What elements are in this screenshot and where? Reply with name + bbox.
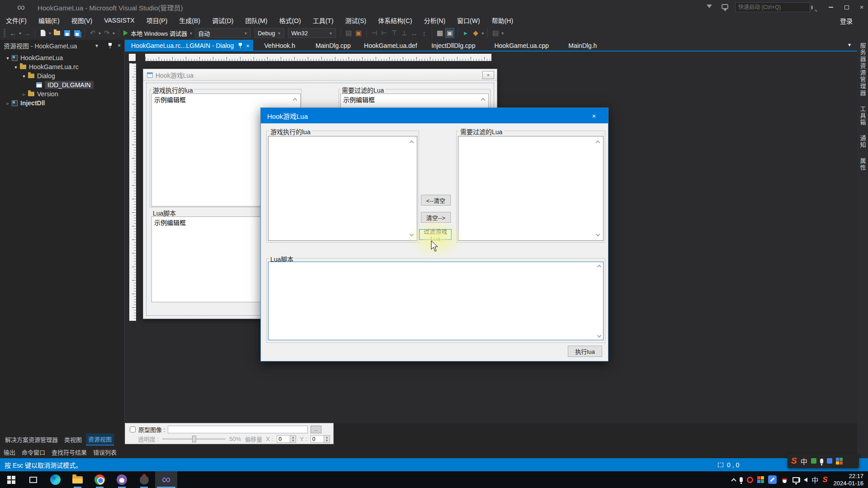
feedback-icon[interactable] (707, 5, 712, 8)
tab-dialog-designer[interactable]: HookGameLua.rc...LGMAIN - Dialog × (125, 40, 253, 52)
same-height-icon[interactable]: ↕ (420, 28, 429, 38)
ime-mode-icon[interactable]: 中 (801, 456, 807, 466)
menu-test[interactable]: 测试(S) (340, 14, 373, 26)
volume-icon[interactable] (804, 478, 807, 482)
resource-view-header[interactable]: 资源视图 - HookGameLua ▾ × (0, 40, 124, 52)
microphone-icon[interactable] (740, 477, 743, 482)
undo-dropdown-icon[interactable]: ▾ (99, 31, 101, 36)
align-bottom-icon[interactable]: ⊥ (400, 28, 409, 38)
redo-icon[interactable]: ↷ (102, 28, 111, 38)
visual-studio-button[interactable]: ∞ (155, 471, 177, 488)
members-icon[interactable]: ▤ (491, 28, 500, 38)
spinner-arrows-icon[interactable]: ▲▼ (324, 436, 330, 442)
expanded-icon[interactable]: ▾ (5, 56, 11, 61)
tab-hookgamelua-def[interactable]: HookGameLua.def (360, 40, 421, 52)
maximize-button[interactable] (840, 2, 854, 13)
debug-target-label[interactable]: 本地 Windows 调试器 (131, 29, 187, 38)
tab-vehhook[interactable]: VehHook.h (253, 40, 307, 52)
minimize-button[interactable] (824, 2, 838, 13)
qq-icon[interactable] (781, 475, 788, 484)
tab-find-symbol-results[interactable]: 查找符号结果 (52, 448, 87, 456)
tab-close-icon[interactable]: × (246, 42, 250, 49)
same-width-icon[interactable]: ↔ (410, 28, 419, 38)
tab-error-list[interactable]: 错误列表 (93, 448, 117, 456)
offset-y-stepper[interactable]: ▲▼ (311, 435, 330, 443)
configuration-combo[interactable]: Debug▾ (255, 28, 284, 38)
graphics-icon[interactable]: ▣ (354, 28, 363, 38)
scroll-up-icon[interactable] (410, 141, 414, 145)
sogou-ime-bar[interactable]: S 中 (788, 454, 859, 468)
sign-in-link[interactable]: 登录 (840, 16, 853, 25)
chat-icon[interactable] (722, 4, 728, 9)
tab-properties[interactable]: 属性 (859, 158, 867, 171)
tab-notifications[interactable]: 通知 (859, 135, 867, 149)
tab-resource-view[interactable]: 资源视图 (86, 433, 114, 446)
tab-injectdlldlg-cpp[interactable]: InjectDllDlg.cpp (421, 40, 486, 52)
edge-button[interactable] (44, 471, 66, 488)
align-right-icon[interactable]: ⊢ (380, 28, 389, 38)
menu-team[interactable]: 团队(M) (239, 14, 273, 26)
menu-build[interactable]: 生成(B) (173, 14, 206, 26)
tab-class-view[interactable]: 类视图 (62, 434, 84, 445)
tab-hookgamelua-cpp[interactable]: HookGameLua.cpp (486, 40, 558, 52)
tab-maindlg-h[interactable]: MainDlg.h (558, 40, 608, 52)
forward-icon[interactable]: → (23, 28, 32, 38)
collapsed-icon[interactable]: ▹ (5, 101, 11, 106)
color-grid-icon[interactable] (757, 476, 764, 483)
prototype-image-checkbox[interactable] (130, 427, 136, 432)
tab-output[interactable]: 输出 (4, 448, 15, 456)
scroll-down-icon[interactable] (410, 232, 414, 237)
analyze-icon[interactable]: ◆ (471, 28, 480, 38)
grid-icon[interactable]: ▦ (435, 28, 444, 38)
platform-combo[interactable]: Win32▾ (288, 28, 336, 38)
undo-icon[interactable]: ↶ (88, 28, 97, 38)
run-dialog-close-icon[interactable]: × (586, 108, 602, 123)
menu-vassistx[interactable]: VASSISTX (98, 15, 140, 25)
tab-command-window[interactable]: 命令窗口 (22, 448, 45, 456)
voice-icon[interactable] (820, 459, 823, 464)
menu-project[interactable]: 项目(P) (141, 14, 174, 26)
tab-maindlg-cpp[interactable]: MainDlg.cpp (307, 40, 360, 52)
toolbar-overflow-icon[interactable]: ▾ (501, 31, 504, 36)
record-icon[interactable] (747, 477, 753, 483)
designer-close-icon[interactable]: × (482, 71, 494, 79)
offset-x-stepper[interactable]: ▲▼ (277, 435, 296, 443)
test-icon[interactable]: ▸ (461, 28, 470, 38)
spinner-arrows-icon[interactable]: ▲▼ (290, 436, 296, 442)
align-top-icon[interactable]: ⊤ (390, 28, 399, 38)
scroll-up-icon[interactable] (293, 98, 297, 103)
toolbox-icon[interactable] (836, 458, 843, 465)
save-icon[interactable] (62, 28, 71, 38)
lua-script-textarea[interactable] (268, 262, 604, 340)
toolbar-grip[interactable] (4, 29, 5, 37)
run-listbox-left[interactable] (268, 136, 417, 241)
attach-combo[interactable]: 自动▾ (195, 28, 251, 38)
debug-target-dropdown-icon[interactable]: ▾ (190, 31, 192, 36)
ime-indicator[interactable]: 中 (811, 475, 818, 484)
panel-dropdown-icon[interactable]: ▾ (95, 42, 98, 49)
run-lua-button[interactable]: 执行lua (568, 346, 602, 357)
collapsed-icon[interactable]: ▹ (21, 92, 27, 97)
browse-button[interactable]: ... (311, 426, 321, 433)
menu-help[interactable]: 帮助(H) (486, 14, 519, 26)
opacity-slider[interactable] (162, 438, 226, 440)
scroll-up-icon[interactable] (596, 141, 600, 145)
tree-item-idd-dlgmain[interactable]: IDD_DLGMAIN (35, 80, 94, 89)
run-dialog[interactable]: Hook游戏Lua × 游戏执行的lua 需要过滤的Lua <--清空 清空--… (260, 108, 609, 361)
tree-item-hookgamelua-rc[interactable]: ▾ HookGameLua.rc (13, 62, 79, 71)
new-file-dropdown-icon[interactable]: ▾ (49, 31, 51, 36)
run-listbox-right[interactable] (458, 136, 604, 241)
panel-pin-icon[interactable] (108, 43, 112, 48)
expanded-icon[interactable]: ▾ (13, 65, 19, 70)
test-dropdown-icon[interactable]: ▾ (481, 31, 484, 36)
task-view-button[interactable] (22, 471, 44, 488)
github-button[interactable] (111, 471, 133, 488)
quick-launch-box[interactable] (735, 2, 810, 12)
menu-window[interactable]: 窗口(W) (451, 14, 486, 26)
filter-lua-button[interactable]: 过滤游戏Lua (419, 229, 452, 240)
tab-solution-explorer[interactable]: 解决方案资源管理器 (3, 434, 60, 445)
debug-tool-button[interactable] (133, 471, 155, 488)
back-dropdown-icon[interactable]: ▾ (19, 31, 21, 36)
scroll-up-icon[interactable] (481, 98, 486, 103)
tree-item-injectdll[interactable]: ▹ InjectDll (5, 99, 45, 108)
